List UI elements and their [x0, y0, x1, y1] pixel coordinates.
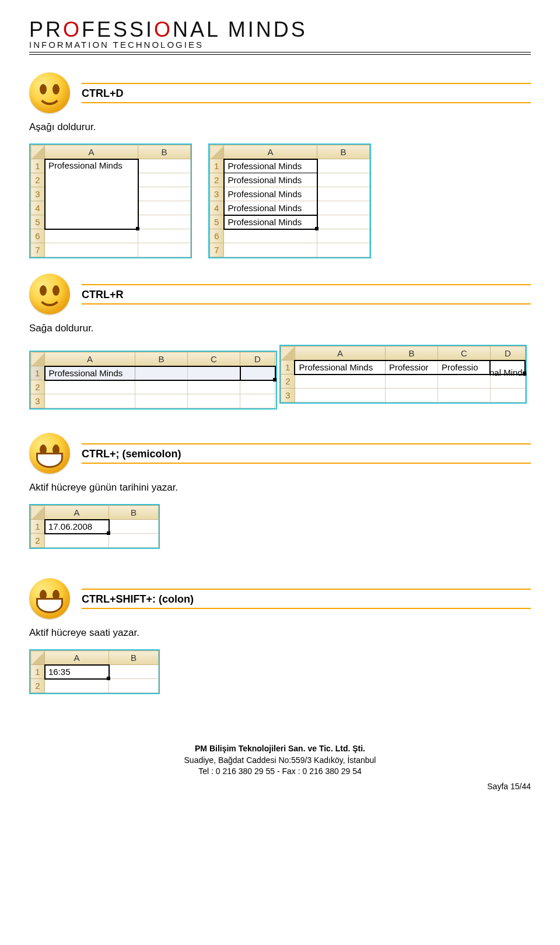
header-divider	[29, 52, 531, 55]
page-number: Sayfa 15/44	[29, 781, 531, 793]
footer-company: PM Bilişim Teknolojileri San. ve Tic. Lt…	[29, 743, 531, 755]
tip-desc: Sağa doldurur.	[29, 323, 531, 334]
tip-title: CTRL+; (semicolon)	[82, 446, 531, 461]
page-footer: PM Bilişim Teknolojileri San. ve Tic. Lt…	[29, 743, 531, 792]
smiley-icon	[29, 72, 70, 113]
brand-logo: PROFESSIONAL MINDS INFORMATION TECHNOLOG…	[29, 18, 531, 50]
footer-phone: Tel : 0 216 380 29 55 - Fax : 0 216 380 …	[29, 766, 531, 778]
footer-address: Suadiye, Bağdat Caddesi No:559/3 Kadıköy…	[29, 755, 531, 766]
logo-title: PROFESSIONAL MINDS	[29, 18, 531, 42]
spreadsheet-before: AB 1Professional Minds 2 3 4 5 6 7	[29, 144, 192, 258]
spreadsheet-date: AB 117.06.2008 2	[29, 504, 160, 549]
tip-title: CTRL+SHIFT+: (colon)	[82, 591, 531, 607]
spreadsheet-ctrl-r-before: ABCD 1 Professional Minds 2 3	[29, 351, 277, 410]
smiley-grin-icon	[29, 578, 70, 619]
tip-ctrl-d: CTRL+D	[29, 72, 531, 113]
tip-ctrl-semicolon: CTRL+; (semicolon)	[29, 433, 531, 474]
tip-desc: Aşağı doldurur.	[29, 121, 531, 133]
tip-desc: Aktif hücreye günün tarihini yazar.	[29, 482, 531, 494]
tip-title: CTRL+R	[82, 286, 531, 302]
smiley-grin-icon	[29, 433, 70, 474]
spreadsheet-after: AB 1Professional Minds 2Professional Min…	[208, 144, 371, 258]
tip-ctrl-shift-colon: CTRL+SHIFT+: (colon)	[29, 578, 531, 619]
tip-ctrl-r: CTRL+R	[29, 274, 531, 314]
tip-desc: Aktif hücreye saati yazar.	[29, 627, 531, 639]
spreadsheet-ctrl-r-after: ABCD 1 Professional Minds Professior Pro…	[279, 345, 527, 404]
spreadsheet-time: AB 116:35 2	[29, 649, 160, 694]
sheet-pair-ctrl-d: AB 1Professional Minds 2 3 4 5 6 7 AB 1P…	[29, 144, 531, 258]
tip-title: CTRL+D	[82, 85, 531, 101]
smiley-icon	[29, 274, 70, 314]
